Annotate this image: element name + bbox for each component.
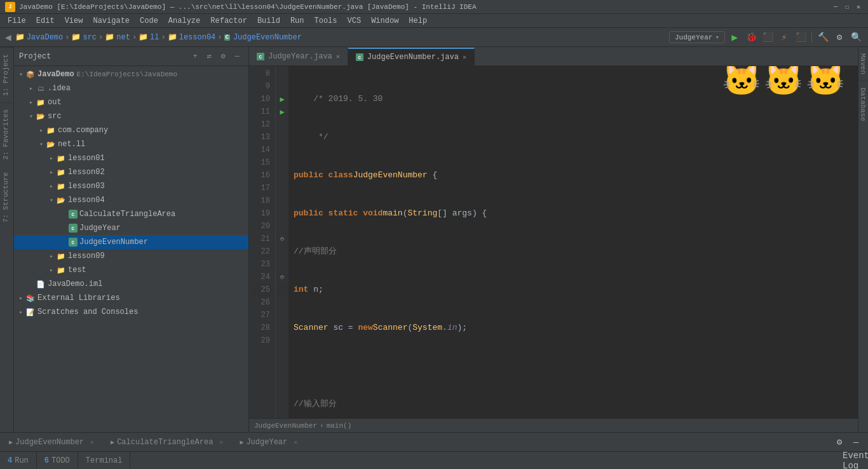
tree-label-javademo: JavaDemo	[37, 70, 74, 79]
side-tab-project[interactable]: 1: Project	[0, 47, 13, 102]
right-tab-database[interactable]: Database	[858, 81, 868, 128]
right-tab-maven[interactable]: Maven	[858, 47, 868, 81]
run-tab-judgeevenumber[interactable]: ▶ JudgeEvenNumber ✕	[5, 436, 102, 449]
run-close-judgeevenumber[interactable]: ✕	[86, 437, 98, 447]
tree-item-idea[interactable]: ▸ 🗂 .idea	[14, 81, 248, 95]
line-num-9: 9	[252, 80, 273, 93]
sidebar-add-button[interactable]: +	[189, 50, 201, 63]
line-gutter: ▶ ▶ ⊖ ⊖	[276, 66, 288, 418]
breadcrumb-method[interactable]: main()	[327, 422, 352, 430]
menu-edit[interactable]: Edit	[31, 15, 60, 27]
menu-refactor[interactable]: Refactor	[205, 15, 252, 27]
sidebar-sync-button[interactable]: ⇄	[203, 50, 215, 63]
debug-button[interactable]: 🐞	[744, 31, 758, 44]
settings-button[interactable]: ⚙	[832, 31, 846, 44]
menu-tools[interactable]: Tools	[309, 15, 342, 27]
bottom-tab-terminal[interactable]: Terminal	[78, 452, 131, 469]
run-close-calculatetrianglearea[interactable]: ✕	[215, 437, 227, 447]
code-content[interactable]: /* 2019. 5. 30 */ public class JudgeEven…	[288, 66, 858, 418]
tree-item-javademo[interactable]: ▾ 📦 JavaDemo E:\IdeaProjects\JavaDemo	[14, 67, 248, 81]
nav-back-button[interactable]: ◀	[5, 31, 11, 44]
tree-item-out[interactable]: ▸ 📁 out	[14, 95, 248, 109]
tab-judgeevenumber[interactable]: C JudgeEvenNumber.java ✕	[348, 48, 475, 65]
bottom-tab-todo[interactable]: 6 TODO	[37, 452, 78, 469]
line-num-24: 24	[252, 271, 273, 283]
sidebar-settings-button[interactable]: ⚙	[217, 50, 229, 63]
maximize-button[interactable]: ☐	[843, 3, 851, 11]
code-line-9: */	[294, 131, 853, 144]
menu-file[interactable]: File	[3, 15, 31, 27]
breadcrumb-class[interactable]: JudgeEvenNumber	[254, 422, 317, 430]
tree-item-lesson02[interactable]: ▸ 📁 lesson02	[14, 165, 248, 179]
run-config-selector[interactable]: JudgeYear ▾	[669, 31, 725, 43]
tree-item-com-company[interactable]: ▸ 📁 com.company	[14, 123, 248, 137]
tree-item-lesson01[interactable]: ▸ 📁 lesson01	[14, 151, 248, 165]
gutter-21[interactable]: ⊖	[276, 233, 288, 245]
tree-item-javademo-iml[interactable]: 📄 JavaDemo.iml	[14, 277, 248, 291]
menu-window[interactable]: Window	[366, 15, 403, 27]
sidebar-minimize-button[interactable]: —	[231, 50, 243, 63]
tree-item-scratches[interactable]: ▸ 📝 Scratches and Consoles	[14, 305, 248, 319]
event-log-button[interactable]: Event Log	[849, 454, 863, 468]
breadcrumb-file[interactable]: JudgeEvenNumber	[233, 33, 302, 42]
window-controls: — ☐ ✕	[831, 3, 863, 11]
breadcrumb-lesson04[interactable]: lesson04	[179, 33, 216, 42]
menu-navigate[interactable]: Navigate	[88, 15, 135, 27]
tree-item-lesson03[interactable]: ▸ 📁 lesson03	[14, 179, 248, 193]
tree-label-lesson03: lesson03	[68, 182, 105, 191]
run-with-coverage-button[interactable]: ⬛	[761, 31, 775, 44]
minimize-button[interactable]: —	[831, 3, 840, 11]
tree-item-judgeevenumber[interactable]: C JudgeEvenNumber	[14, 235, 248, 249]
tree-item-src[interactable]: ▾ 📂 src	[14, 109, 248, 123]
build-button[interactable]: 🔨	[816, 31, 830, 44]
bottom-tab-run[interactable]: 4 Run	[0, 452, 37, 469]
stop-button[interactable]: ⬛	[794, 31, 808, 44]
close-button[interactable]: ✕	[854, 3, 863, 11]
run-tab-calculatetrianglearea[interactable]: ▶ CalculateTriangleArea ✕	[107, 436, 231, 449]
tab-judgeyear[interactable]: C JudgeYear.java ✕	[249, 48, 348, 65]
menu-build[interactable]: Build	[252, 15, 285, 27]
tab-judgeyear-close[interactable]: ✕	[336, 53, 340, 60]
breadcrumb-javademo[interactable]: JavaDemo	[27, 33, 64, 42]
search-everywhere-button[interactable]: 🔍	[849, 31, 863, 44]
tree-item-test[interactable]: ▸ 📁 test	[14, 263, 248, 277]
menu-code[interactable]: Code	[135, 15, 163, 27]
gutter-24[interactable]: ⊖	[276, 271, 288, 283]
side-tab-favorites[interactable]: 2: Favorites	[0, 102, 13, 166]
tree-item-calculatetrianglearea[interactable]: C CalculateTriangleArea	[14, 207, 248, 221]
breadcrumb-src[interactable]: src	[83, 33, 97, 42]
breadcrumb-ll[interactable]: ll	[150, 33, 159, 42]
tree-item-lesson04[interactable]: ▾ 📂 lesson04	[14, 193, 248, 207]
gutter-11[interactable]: ▶	[276, 105, 288, 118]
side-tab-structure[interactable]: 7: Structure	[0, 166, 13, 229]
profile-button[interactable]: ⚡	[777, 31, 791, 44]
line-num-27: 27	[252, 309, 273, 322]
line-num-16: 16	[252, 169, 273, 182]
run-settings-button[interactable]: ⚙	[832, 435, 846, 449]
breadcrumb-icon: 📁	[15, 32, 25, 42]
tab-judgeyear-label: JudgeYear.java	[268, 52, 332, 61]
tree-item-judgeyear[interactable]: C JudgeYear	[14, 221, 248, 235]
run-button[interactable]: ▶	[728, 31, 742, 44]
run-close-panel-button[interactable]: —	[849, 435, 863, 449]
menu-view[interactable]: View	[60, 15, 88, 27]
line-num-23: 23	[252, 258, 273, 271]
breadcrumb-sep1: ›	[65, 33, 69, 42]
run-close-judgeyear[interactable]: ✕	[290, 437, 301, 447]
menu-run[interactable]: Run	[285, 15, 309, 27]
tab-judgeevenumber-close[interactable]: ✕	[463, 53, 466, 61]
breadcrumb-net[interactable]: net	[116, 33, 130, 42]
menu-vcs[interactable]: VCS	[342, 15, 367, 27]
gutter-15	[276, 156, 288, 169]
breadcrumb-lesson-icon: 📁	[168, 32, 177, 42]
tree-label-lesson01: lesson01	[68, 154, 105, 163]
tree-item-net-ll[interactable]: ▾ 📂 net.ll	[14, 137, 248, 151]
menu-analyze[interactable]: Analyze	[163, 15, 205, 27]
tree-item-external-libs[interactable]: ▸ 📚 External Libraries	[14, 291, 248, 305]
menu-help[interactable]: Help	[403, 15, 432, 27]
tree-item-lesson09[interactable]: ▸ 📁 lesson09	[14, 249, 248, 263]
breadcrumb: 📁 JavaDemo › 📁 src › 📁 net › 📁 ll › 📁 le…	[15, 32, 302, 42]
run-tab-judgeyear[interactable]: ▶ JudgeYear ✕	[236, 436, 305, 449]
gutter-10[interactable]: ▶	[276, 93, 288, 105]
code-editor[interactable]: 8 9 10 11 12 13 14 15 16 17 18 19 20 21 …	[249, 66, 858, 418]
